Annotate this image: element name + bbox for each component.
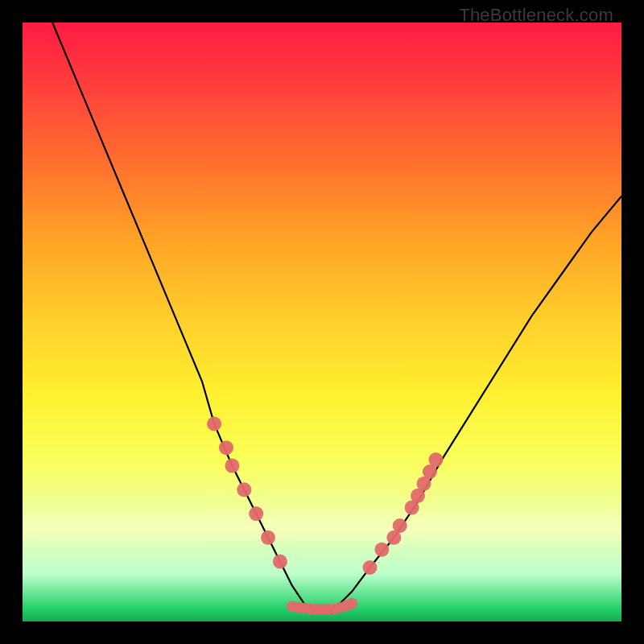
plot-area [23, 23, 621, 621]
data-point [237, 482, 251, 497]
data-point [207, 417, 221, 431]
data-point [249, 506, 263, 521]
bottleneck-curve [52, 23, 621, 609]
data-point [393, 518, 407, 533]
watermark-text: TheBottleneck.com [459, 5, 613, 26]
curve-svg [23, 23, 621, 621]
data-point [225, 459, 239, 473]
data-point [261, 530, 275, 545]
data-point [374, 543, 389, 557]
data-point [363, 560, 378, 575]
flat-bottom-points [287, 598, 357, 615]
data-point [346, 598, 357, 609]
right-branch-points [363, 452, 444, 575]
chart-frame: TheBottleneck.com [0, 0, 644, 644]
data-point [219, 440, 233, 455]
data-point [428, 452, 443, 467]
data-point [273, 555, 287, 569]
left-branch-points [207, 417, 287, 569]
